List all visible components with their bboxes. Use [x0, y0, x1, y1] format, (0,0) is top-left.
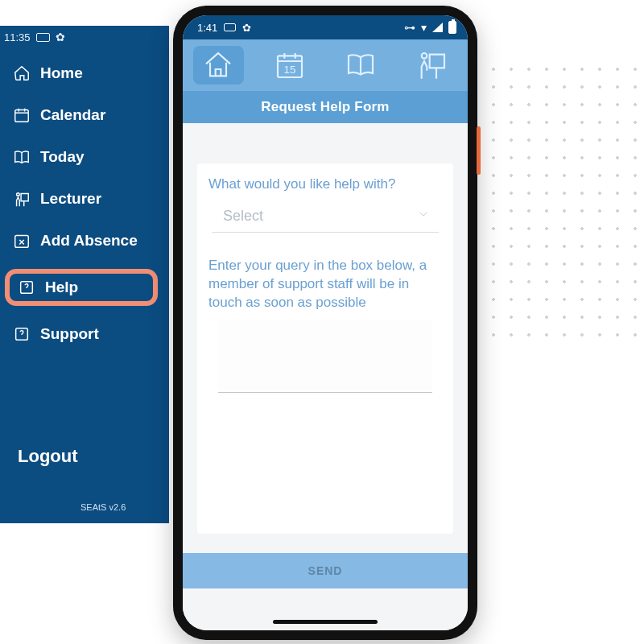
q1-label: What would you like help with?	[208, 176, 442, 192]
keyboard-icon	[224, 23, 236, 31]
calendar-num: 15	[283, 64, 295, 76]
sidebar-item-label: Home	[40, 64, 83, 82]
calendar-icon	[13, 106, 31, 124]
sidebar-items: Home Calendar Today Lecturer Add Absence…	[0, 48, 169, 348]
top-nav: 15	[183, 39, 468, 91]
chevron-down-icon	[416, 207, 431, 225]
book-icon	[342, 49, 379, 81]
tab-home[interactable]	[193, 46, 244, 85]
logout-button[interactable]: Logout	[18, 446, 78, 467]
form-card: What would you like help with? Select En…	[197, 163, 453, 534]
gear-icon: ✿	[56, 31, 65, 43]
tab-today[interactable]	[336, 46, 386, 85]
wifi-icon: ▾	[421, 21, 427, 34]
absence-icon	[13, 232, 31, 250]
sidebar-item-label: Help	[45, 279, 78, 296]
send-label: SEND	[308, 564, 343, 577]
sidebar-item-label: Add Absence	[40, 232, 138, 250]
sidebar-item-label: Support	[40, 325, 99, 343]
sidebar-item-calendar[interactable]: Calendar	[5, 101, 169, 129]
sidebar-item-label: Lecturer	[40, 190, 101, 208]
nav-indicator	[273, 620, 378, 624]
sidebar-status-bar: 11:35 ✿	[0, 26, 169, 48]
form-body: What would you like help with? Select En…	[183, 123, 468, 630]
send-button[interactable]: SEND	[183, 553, 468, 588]
phone-status-time: 1:41	[197, 22, 217, 34]
decorative-dots	[467, 60, 644, 350]
sidebar-item-lecturer[interactable]: Lecturer	[5, 185, 169, 213]
help-icon	[18, 279, 35, 296]
svg-rect-0	[15, 110, 29, 122]
phone-screen: 1:41 ✿ ⊶ ▾ 15	[183, 15, 468, 630]
vpn-icon: ⊶	[404, 21, 415, 34]
svg-point-6	[421, 53, 427, 59]
home-icon	[200, 49, 236, 81]
gear-icon: ✿	[242, 22, 251, 34]
battery-icon	[448, 21, 456, 34]
power-button	[477, 126, 481, 175]
lecturer-icon	[415, 49, 450, 81]
q2-label: Enter your query in the box below, a mem…	[208, 257, 442, 312]
sidebar-item-home[interactable]: Home	[5, 60, 169, 87]
page-title: Request Help Form	[183, 91, 468, 123]
sidebar-item-label: Today	[40, 148, 85, 166]
query-textarea[interactable]	[218, 320, 432, 393]
phone-frame: 1:41 ✿ ⊶ ▾ 15	[173, 6, 477, 640]
sidebar-item-support[interactable]: Support	[5, 320, 169, 348]
version-label: SEAtS v2.6	[80, 502, 126, 512]
page-title-text: Request Help Form	[261, 99, 389, 115]
calendar-icon: 15	[272, 49, 308, 81]
tab-lecturer[interactable]	[407, 46, 457, 85]
lecturer-icon	[13, 190, 31, 208]
home-icon	[13, 64, 31, 82]
sidebar-item-help[interactable]: Help	[5, 269, 158, 306]
tab-calendar[interactable]: 15	[264, 46, 315, 85]
book-icon	[13, 148, 31, 166]
help-topic-select[interactable]: Select	[212, 200, 439, 233]
keyboard-icon	[36, 33, 50, 42]
sidebar-item-add-absence[interactable]: Add Absence	[5, 227, 169, 254]
side-panel: 11:35 ✿ Home Calendar Today Lecturer Add…	[0, 26, 169, 523]
sidebar-item-today[interactable]: Today	[5, 143, 169, 171]
sidebar-status-time: 11:35	[4, 31, 31, 43]
phone-status-bar: 1:41 ✿ ⊶ ▾	[183, 15, 468, 39]
svg-point-1	[17, 193, 20, 196]
support-icon	[13, 325, 31, 343]
select-placeholder: Select	[223, 208, 263, 225]
sidebar-item-label: Calendar	[40, 106, 105, 124]
signal-icon	[432, 23, 443, 32]
